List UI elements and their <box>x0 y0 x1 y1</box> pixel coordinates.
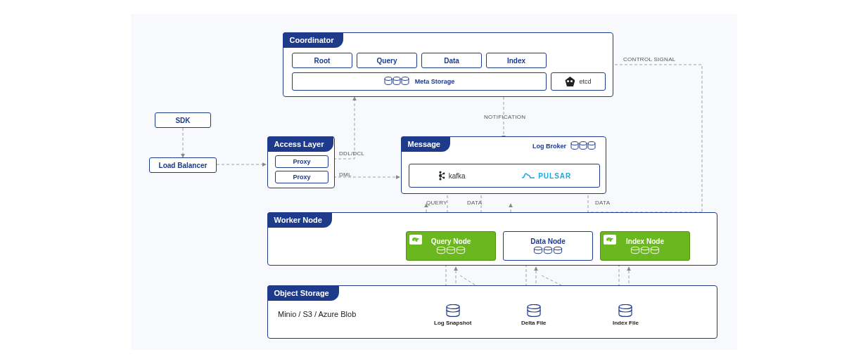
svg-point-16 <box>554 247 561 249</box>
log-broker-label: Log Broker <box>532 143 566 150</box>
log-snapshot-label: Log Snapshot <box>434 320 471 326</box>
index-file-item: Index File <box>613 304 639 326</box>
svg-point-14 <box>534 247 542 249</box>
nvidia-icon <box>604 235 616 245</box>
storage-providers: Minio / S3 / Azure Blob <box>278 310 356 318</box>
svg-point-22 <box>619 304 632 308</box>
svg-point-11 <box>437 247 445 249</box>
query-node-label: Query Node <box>431 238 471 245</box>
svg-point-19 <box>651 247 658 249</box>
broker-impl-box: kafka PULSAR <box>409 164 600 188</box>
svg-point-1 <box>393 77 400 81</box>
coord-query-label: Query <box>377 57 397 65</box>
coordinator-title: Coordinator <box>283 32 344 48</box>
etcd-label: etcd <box>579 78 591 85</box>
proxy-1-label: Proxy <box>293 158 310 165</box>
edge-control-label: CONTROL SIGNAL <box>623 56 676 63</box>
sdk-box: SDK <box>155 112 211 128</box>
worker-node-title: Worker Node <box>267 212 332 228</box>
nvidia-icon <box>409 235 422 245</box>
message-title: Message <box>401 136 450 152</box>
access-layer-title: Access Layer <box>267 136 334 152</box>
svg-point-5 <box>588 142 595 145</box>
svg-point-21 <box>528 304 540 308</box>
pulsar-label: PULSAR <box>538 172 571 180</box>
coord-data-label: Data <box>444 57 459 65</box>
database-icon <box>618 304 633 318</box>
pulsar-box: PULSAR <box>521 171 571 180</box>
delta-file-label: Delta File <box>521 320 547 326</box>
coord-index: Index <box>486 53 547 68</box>
log-broker-row: Log Broker <box>532 141 596 151</box>
svg-point-2 <box>402 77 409 81</box>
coord-query: Query <box>357 53 417 68</box>
load-balancer-box: Load Balancer <box>149 157 217 173</box>
svg-point-10 <box>442 177 445 179</box>
database-icon <box>570 141 596 151</box>
kafka-box: kafka <box>438 170 466 181</box>
database-icon <box>526 304 542 318</box>
coord-data: Data <box>421 53 482 68</box>
coord-index-label: Index <box>507 57 525 65</box>
delta-file-item: Delta File <box>521 304 547 326</box>
index-node-label: Index Node <box>626 238 664 245</box>
svg-point-18 <box>641 247 649 249</box>
svg-point-15 <box>544 247 551 249</box>
kafka-icon <box>438 170 446 181</box>
meta-storage-label: Meta Storage <box>415 78 455 85</box>
svg-point-3 <box>571 142 578 145</box>
log-snapshot-item: Log Snapshot <box>434 304 471 326</box>
svg-point-17 <box>631 247 639 249</box>
pulsar-icon <box>521 171 535 180</box>
worker-node-group: Worker Node Query Node Data Node Index N… <box>267 212 717 266</box>
database-icon <box>384 77 409 86</box>
svg-point-9 <box>442 173 445 175</box>
object-storage-group: Object Storage Minio / S3 / Azure Blob L… <box>267 285 717 339</box>
sdk-label: SDK <box>175 117 190 124</box>
database-icon <box>445 304 461 318</box>
message-group: Message Log Broker kafka PULSAR <box>401 136 606 194</box>
etcd-box: etcd <box>551 72 606 91</box>
proxy-2: Proxy <box>275 171 328 183</box>
edge-query-label: QUERY <box>426 200 447 206</box>
object-storage-title: Object Storage <box>267 285 339 301</box>
svg-point-20 <box>447 304 459 308</box>
coordinator-group: Coordinator Root Query Data Index Meta S… <box>283 32 613 97</box>
edge-notification-label: NOTIFICATION <box>484 114 525 120</box>
coord-root-label: Root <box>314 57 331 65</box>
edge-ddl-label: DDL/DCL <box>339 150 364 157</box>
svg-point-4 <box>580 142 587 145</box>
edge-data2-label: DATA <box>595 200 610 206</box>
etcd-icon <box>565 77 575 86</box>
database-icon <box>533 247 563 255</box>
database-icon <box>630 247 660 255</box>
data-node: Data Node <box>503 231 593 261</box>
index-node: Index Node <box>600 231 690 261</box>
diagram-canvas: SDK Load Balancer Coordinator Root Query… <box>131 14 737 350</box>
kafka-label: kafka <box>449 172 466 180</box>
access-layer-group: Access Layer Proxy Proxy <box>267 136 335 188</box>
load-balancer-label: Load Balancer <box>159 162 208 169</box>
proxy-1: Proxy <box>275 155 328 168</box>
svg-point-0 <box>385 77 392 81</box>
query-node: Query Node <box>406 231 496 261</box>
svg-point-13 <box>457 247 464 249</box>
edge-dml-label: DML <box>339 171 352 178</box>
edge-data-label: DATA <box>467 200 482 206</box>
meta-storage-box: Meta Storage <box>292 72 547 91</box>
index-file-label: Index File <box>613 320 639 326</box>
coord-root: Root <box>292 53 352 68</box>
database-icon <box>436 247 466 255</box>
data-node-label: Data Node <box>530 238 565 245</box>
proxy-2-label: Proxy <box>293 174 310 181</box>
svg-point-12 <box>447 247 454 249</box>
